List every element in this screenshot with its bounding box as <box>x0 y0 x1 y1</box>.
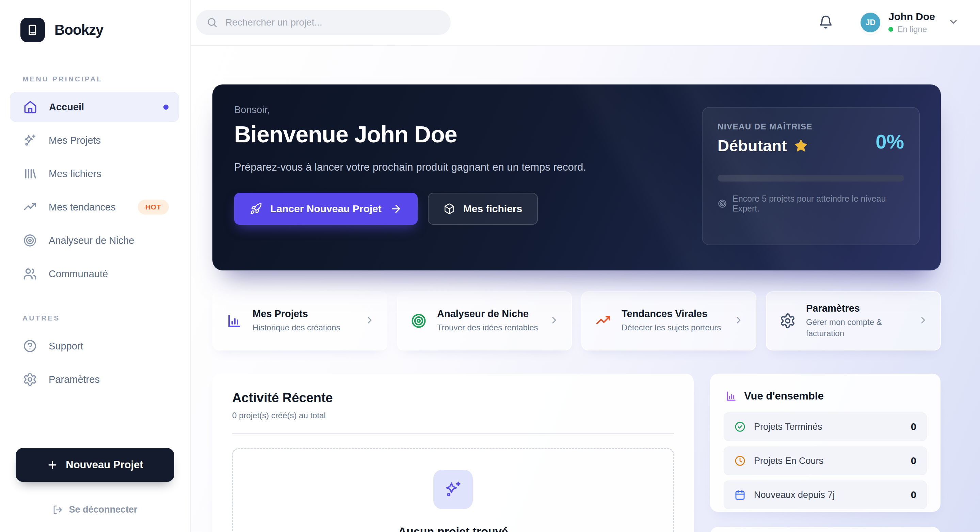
sidebar-item-label: Mes tendances <box>49 202 116 213</box>
main-area: JD John Doe En ligne Bonsoir, <box>191 0 980 532</box>
quick-card-text: Paramètres Gérer mon compte & facturatio… <box>806 303 918 339</box>
user-status: En ligne <box>888 24 935 34</box>
sparkles-icon <box>23 133 37 148</box>
my-files-label: Mes fichiers <box>463 203 522 215</box>
mastery-percent: 0% <box>875 130 904 153</box>
mastery-note-text: Encore 5 projets pour atteindre le nivea… <box>733 194 904 213</box>
hero-subtitle: Préparez-vous à lancer votre prochain pr… <box>234 158 605 177</box>
hero-left: Bonsoir, Bienvenue John Doe Préparez-vou… <box>234 104 629 225</box>
sidebar-section-autres: AUTRES <box>22 314 190 322</box>
logout-link[interactable]: Se déconnecter <box>16 505 174 515</box>
calendar-icon <box>734 489 746 501</box>
quick-cards-row: Mes Projets Historique des créations Ana… <box>212 291 941 350</box>
mastery-card: NIVEAU DE MAÎTRISE Débutant 0% Encore 5 … <box>702 107 920 245</box>
chevron-down-icon[interactable] <box>948 16 959 29</box>
quick-card-text: Tendances Virales Détecter les sujets po… <box>622 308 733 333</box>
chevron-right-icon <box>918 315 929 327</box>
user-name: John Doe <box>888 11 935 22</box>
active-dot <box>163 105 169 110</box>
stat-value: 0 <box>911 421 916 433</box>
sidebar-item-mes-fichiers[interactable]: Mes fichiers <box>10 159 179 189</box>
sidebar-item-label: Mes fichiers <box>49 168 102 180</box>
stat-label: Projets Terminés <box>754 422 822 432</box>
chart-column-icon <box>226 313 242 329</box>
log-out-icon <box>52 505 63 515</box>
chevron-right-icon <box>364 315 375 327</box>
quick-card-parametres[interactable]: Paramètres Gérer mon compte & facturatio… <box>766 291 941 350</box>
hero-ctas: Lancer Nouveau Projet Mes fichiers <box>234 193 629 225</box>
activity-title: Activité Récente <box>232 391 674 405</box>
quick-card-subtitle: Trouver des idées rentables <box>437 322 539 333</box>
hot-badge: HOT <box>138 199 169 215</box>
sidebar-item-label: Accueil <box>49 102 84 113</box>
activity-subtitle: 0 projet(s) créé(s) au total <box>232 411 674 420</box>
stat-label: Projets En Cours <box>754 456 823 466</box>
chevron-right-icon <box>549 315 560 327</box>
overview-stats: Projets Terminés 0 Projets En Cours 0 No… <box>724 413 927 509</box>
quick-card-subtitle: Gérer mon compte & facturation <box>806 317 908 339</box>
target-icon <box>718 199 727 209</box>
users-icon <box>23 267 37 281</box>
stat-projets-en-cours: Projets En Cours 0 <box>724 446 927 475</box>
stat-value: 0 <box>911 489 916 501</box>
logout-label: Se déconnecter <box>69 505 137 515</box>
sidebar-item-label: Communauté <box>49 268 108 280</box>
quick-card-mes-projets[interactable]: Mes Projets Historique des créations <box>212 291 387 350</box>
sidebar-section-menu-principal: MENU PRINCIPAL <box>22 75 190 83</box>
circle-check-icon <box>734 421 746 433</box>
sidebar-item-mes-projets[interactable]: Mes Projets <box>10 125 179 155</box>
search-input[interactable] <box>225 17 441 28</box>
stat-projets-termines: Projets Terminés 0 <box>724 413 927 441</box>
new-project-button[interactable]: Nouveau Projet <box>16 448 174 482</box>
bottom-row: Activité Récente 0 projet(s) créé(s) au … <box>212 374 941 532</box>
avatar[interactable]: JD <box>861 13 880 32</box>
stat-label: Nouveaux depuis 7j <box>754 490 835 500</box>
quick-card-text: Analyseur de Niche Trouver des idées ren… <box>437 308 549 333</box>
topbar: JD John Doe En ligne <box>191 0 980 46</box>
trending-up-icon <box>23 200 37 214</box>
new-project-label: Nouveau Projet <box>66 459 143 471</box>
my-files-button[interactable]: Mes fichiers <box>428 193 538 225</box>
sidebar-item-label: Analyseur de Niche <box>49 235 134 246</box>
help-circle-icon <box>23 339 37 353</box>
launch-project-button[interactable]: Lancer Nouveau Projet <box>234 193 418 225</box>
home-icon <box>23 100 37 114</box>
status-label: En ligne <box>897 24 927 34</box>
quick-card-tendances-virales[interactable]: Tendances Virales Détecter les sujets po… <box>581 291 756 350</box>
online-dot <box>888 27 893 32</box>
star-icon <box>794 139 808 153</box>
target-icon <box>410 313 427 329</box>
library-icon <box>23 167 37 181</box>
sidebar-item-communaute[interactable]: Communauté <box>10 259 179 289</box>
quick-card-title: Tendances Virales <box>622 308 733 320</box>
sidebar-item-analyseur-de-niche[interactable]: Analyseur de Niche <box>10 225 179 255</box>
quick-card-analyseur-de-niche[interactable]: Analyseur de Niche Trouver des idées ren… <box>397 291 572 350</box>
stat-value: 0 <box>911 456 916 467</box>
mastery-level: Débutant <box>718 136 787 155</box>
sidebar-item-mes-tendances[interactable]: Mes tendances HOT <box>10 192 179 222</box>
partial-card <box>710 527 940 532</box>
sidebar-item-support[interactable]: Support <box>10 331 179 361</box>
topbar-right: JD John Doe En ligne <box>818 0 959 45</box>
bell-icon[interactable] <box>818 14 834 30</box>
sidebar-item-parametres[interactable]: Paramètres <box>10 365 179 394</box>
user-meta: John Doe En ligne <box>888 11 935 34</box>
search-icon <box>206 17 218 28</box>
sidebar-item-label: Mes Projets <box>49 135 101 146</box>
arrow-right-icon <box>390 203 402 215</box>
recent-activity-card: Activité Récente 0 projet(s) créé(s) au … <box>212 374 694 532</box>
mastery-progress-bar <box>718 175 904 182</box>
divider <box>232 433 674 434</box>
quick-card-text: Mes Projets Historique des créations <box>253 308 364 333</box>
sidebar-bottom: Nouveau Projet Se déconnecter <box>0 448 190 532</box>
sidebar-item-accueil[interactable]: Accueil <box>10 92 179 122</box>
chart-column-icon <box>725 390 737 402</box>
search-bar[interactable] <box>196 10 451 35</box>
stat-nouveaux-depuis-7j: Nouveaux depuis 7j 0 <box>724 481 927 509</box>
sparkles-icon <box>433 470 473 509</box>
app-root: Bookzy MENU PRINCIPAL Accueil Mes Projet… <box>0 0 980 532</box>
overview-title-row: Vue d'ensemble <box>724 386 927 402</box>
trending-up-icon <box>595 313 611 329</box>
gear-icon <box>780 313 796 329</box>
sidebar-nav: Accueil Mes Projets Mes fichiers Mes t <box>0 92 190 289</box>
